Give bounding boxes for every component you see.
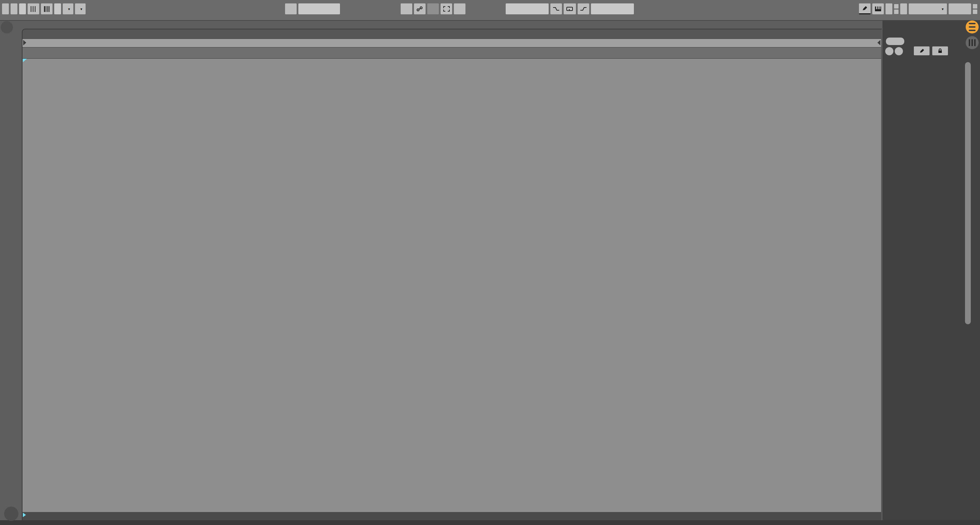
overload-indicator [949, 3, 971, 14]
back-to-arrangement-button[interactable] [427, 3, 439, 14]
loop-length-display[interactable] [591, 3, 634, 14]
pencil-icon [862, 6, 867, 11]
punch-in-icon [553, 6, 560, 11]
quantization-menu[interactable]: ▾ [75, 3, 86, 14]
punch-out-button[interactable] [578, 3, 589, 14]
midi-map-button[interactable] [900, 3, 907, 14]
vertical-scrollbar[interactable] [965, 62, 971, 324]
track-width-button[interactable] [966, 36, 978, 49]
chevron-down-icon: ▾ [81, 7, 82, 11]
arrangement-overview-button[interactable] [966, 21, 978, 34]
follow-button[interactable] [285, 3, 297, 14]
bottom-strip [0, 520, 980, 525]
punch-out-icon [580, 6, 587, 11]
nudge-bars-icon [44, 6, 49, 12]
arrangement-grid[interactable] [22, 59, 881, 514]
tempo-group: ▾ ▾ [2, 3, 86, 14]
key-in-out-indicators [894, 4, 899, 14]
link-button[interactable] [2, 3, 9, 14]
punch-in-button[interactable] [550, 3, 562, 14]
punch-brackets-icon [443, 6, 450, 11]
lock-icon [937, 48, 943, 54]
session-link-button[interactable] [414, 3, 426, 14]
cpu-meter[interactable]: ▾ [909, 3, 947, 14]
midi-overdub-plus-button[interactable] [401, 3, 412, 14]
metronome-button[interactable]: ▾ [63, 3, 73, 14]
tempo-display[interactable] [19, 3, 26, 14]
scrub-loop-bar[interactable] [22, 38, 881, 48]
loop-switch-circle-button[interactable] [454, 3, 465, 14]
time-signature-display[interactable] [54, 3, 61, 14]
bar-ruler[interactable] [22, 29, 881, 38]
locator-row[interactable] [22, 48, 881, 59]
midi-in-out-indicators [973, 4, 977, 14]
transport-toolbar: ▾ ▾ [0, 0, 980, 21]
draw-mode-button[interactable] [859, 3, 870, 14]
history-back-button[interactable] [885, 47, 893, 55]
delete-button[interactable] [886, 38, 904, 45]
loop-icon [566, 6, 574, 11]
key-map-button[interactable] [886, 3, 892, 14]
pencil-icon [919, 48, 924, 53]
transport-group [285, 3, 465, 14]
play-button[interactable] [350, 3, 362, 14]
nudge-up-button[interactable] [41, 3, 52, 14]
draw-tool-button[interactable] [914, 46, 929, 55]
loop-start-marker[interactable] [23, 40, 26, 45]
stop-button[interactable] [363, 3, 375, 14]
chevron-down-icon: ▾ [68, 7, 70, 11]
loop-end-marker[interactable] [877, 40, 880, 45]
computer-midi-keyboard-button[interactable] [872, 3, 884, 14]
right-toolbar-group: ▾ [859, 3, 977, 14]
loop-start-display[interactable] [506, 3, 549, 14]
loop-button[interactable] [564, 3, 576, 14]
loop-group [506, 3, 634, 14]
show-automation-button[interactable] [4, 507, 18, 521]
history-forward-button[interactable] [895, 47, 903, 55]
time-ruler[interactable] [22, 512, 881, 520]
nudge-bars-icon [31, 6, 36, 12]
tap-tempo-button[interactable] [11, 3, 18, 14]
arrangement-position-display[interactable] [298, 3, 340, 14]
punch-region-button[interactable] [441, 3, 452, 14]
nudge-down-button[interactable] [28, 3, 39, 14]
lock-envelopes-button[interactable] [932, 46, 948, 55]
chevron-down-icon: ▾ [942, 7, 943, 11]
close-arrangement-fold-button[interactable] [1, 21, 13, 34]
link-circles-icon [417, 6, 423, 11]
piano-keyboard-icon [875, 6, 881, 11]
record-button[interactable] [377, 3, 388, 14]
